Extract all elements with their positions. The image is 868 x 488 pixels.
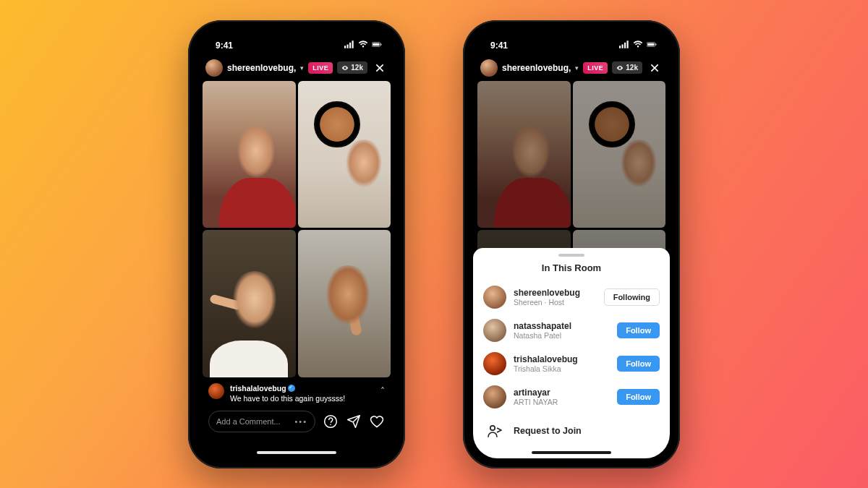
battery-icon — [647, 40, 657, 51]
notch — [246, 30, 347, 49]
user-subtitle: Natasha Patel — [514, 331, 610, 340]
eye-icon — [616, 64, 624, 72]
svg-rect-5 — [380, 43, 381, 45]
user-info[interactable]: natasshapatel Natasha Patel — [514, 321, 610, 340]
user-username: shereenlovebug — [514, 288, 597, 298]
svg-rect-14 — [655, 43, 656, 45]
question-button[interactable] — [323, 414, 339, 429]
sheet-title: In This Room — [473, 262, 670, 281]
close-button[interactable] — [372, 60, 388, 76]
follow-button[interactable]: Follow — [617, 389, 660, 405]
live-header: shereenlovebug, n… ▾ LIVE 12k — [198, 56, 395, 81]
wifi-icon — [633, 40, 643, 51]
user-username: trishalalovebug — [514, 354, 610, 364]
user-info[interactable]: artinayar ARTI NAYAR — [514, 388, 610, 406]
request-to-join-row[interactable]: Request to Join — [473, 414, 670, 441]
wifi-icon — [358, 40, 368, 51]
live-badge: LIVE — [308, 62, 333, 74]
heart-icon — [370, 414, 384, 429]
comment-body: trishalalovebug We have to do this again… — [230, 383, 375, 403]
close-icon — [374, 62, 386, 74]
room-user-row: natasshapatel Natasha Patel Follow — [473, 314, 670, 347]
request-join-icon — [485, 421, 505, 441]
status-indicators — [619, 40, 657, 51]
participant-tile[interactable] — [298, 81, 391, 228]
close-icon — [649, 62, 660, 74]
home-indicator[interactable] — [532, 451, 611, 454]
live-header: shereenlovebug, n… ▾ LIVE 12k — [473, 56, 670, 81]
in-this-room-sheet: In This Room shereenlovebug Shereen · Ho… — [473, 248, 670, 458]
svg-rect-0 — [344, 46, 346, 48]
comment-text: We have to do this again guyssss! — [230, 394, 345, 403]
user-username: natasshapatel — [514, 321, 610, 331]
host-avatar[interactable] — [205, 59, 223, 77]
participant-tile[interactable] — [203, 81, 296, 228]
eye-icon — [341, 64, 349, 72]
svg-rect-12 — [627, 40, 629, 48]
svg-rect-9 — [619, 46, 621, 48]
send-icon — [346, 414, 361, 429]
user-info[interactable]: shereenlovebug Shereen · Host — [514, 288, 597, 307]
svg-rect-2 — [349, 42, 351, 48]
screen: 9:41 shereenlovebug, n… ▾ LIVE 12k — [473, 30, 670, 458]
comment-placeholder: Add a Comment... — [216, 417, 281, 426]
room-user-row: artinayar ARTI NAYAR Follow — [473, 380, 670, 414]
phone-mockup-left: 9:41 shereenlovebug, n… ▾ LIVE 12k — [188, 20, 405, 468]
live-badge: LIVE — [583, 62, 608, 74]
user-subtitle: Trishala Sikka — [514, 364, 610, 373]
svg-rect-10 — [622, 44, 624, 48]
following-button[interactable]: Following — [604, 288, 660, 306]
follow-button[interactable]: Follow — [617, 322, 660, 338]
svg-rect-15 — [647, 43, 654, 46]
svg-point-16 — [490, 425, 495, 429]
svg-point-7 — [325, 416, 337, 428]
user-subtitle: Shereen · Host — [514, 298, 597, 307]
comment-username[interactable]: trishalalovebug — [230, 384, 286, 393]
svg-point-8 — [330, 424, 331, 425]
more-icon[interactable]: ••• — [294, 417, 307, 426]
svg-rect-1 — [347, 44, 349, 48]
user-subtitle: ARTI NAYAR — [514, 398, 610, 406]
user-username: artinayar — [514, 388, 610, 398]
user-avatar[interactable] — [483, 352, 506, 375]
action-row: Add a Comment... ••• — [198, 406, 395, 440]
participant-tile[interactable] — [203, 230, 296, 377]
comment-avatar[interactable] — [208, 383, 224, 399]
chevron-up-icon[interactable]: ˄ — [380, 383, 385, 396]
user-info[interactable]: trishalalovebug Trishala Sikka — [514, 354, 610, 373]
home-indicator[interactable] — [257, 451, 336, 454]
follow-button[interactable]: Follow — [617, 356, 660, 372]
user-avatar[interactable] — [483, 319, 506, 342]
user-avatar[interactable] — [483, 385, 506, 408]
viewer-count[interactable]: 12k — [612, 61, 642, 74]
host-avatar[interactable] — [480, 59, 498, 77]
notch — [521, 30, 622, 49]
like-button[interactable] — [369, 414, 385, 429]
host-username[interactable]: shereenlovebug, n… — [227, 63, 297, 73]
viewer-count[interactable]: 12k — [337, 61, 367, 74]
status-indicators — [344, 40, 382, 51]
close-button[interactable] — [647, 60, 663, 76]
share-button[interactable] — [346, 414, 362, 429]
question-icon — [323, 414, 338, 429]
status-time: 9:41 — [216, 40, 233, 51]
verified-badge-icon — [288, 385, 295, 392]
room-user-row: shereenlovebug Shereen · Host Following — [473, 281, 670, 314]
request-join-label: Request to Join — [514, 426, 582, 436]
room-user-row: trishalalovebug Trishala Sikka Follow — [473, 347, 670, 380]
svg-rect-11 — [624, 42, 626, 48]
chevron-down-icon[interactable]: ▾ — [575, 64, 579, 72]
pinned-comment: trishalalovebug We have to do this again… — [198, 377, 395, 406]
user-avatar[interactable] — [483, 286, 506, 309]
makeup-compact — [314, 101, 360, 147]
host-username[interactable]: shereenlovebug, n… — [502, 63, 572, 73]
video-grid — [198, 81, 395, 377]
comment-input[interactable]: Add a Comment... ••• — [208, 411, 315, 432]
participant-tile[interactable] — [298, 230, 391, 377]
chevron-down-icon[interactable]: ▾ — [300, 64, 304, 72]
svg-rect-6 — [373, 43, 379, 46]
status-time: 9:41 — [490, 40, 508, 51]
screen: 9:41 shereenlovebug, n… ▾ LIVE 12k — [198, 30, 395, 458]
phone-mockup-right: 9:41 shereenlovebug, n… ▾ LIVE 12k — [463, 20, 680, 468]
sheet-grabber[interactable] — [558, 254, 584, 257]
